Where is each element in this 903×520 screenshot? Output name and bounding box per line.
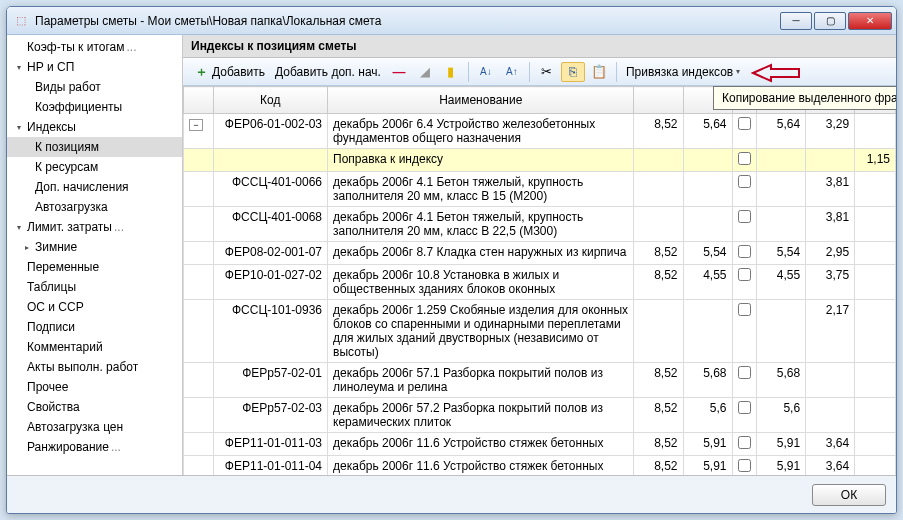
sidebar-item[interactable]: Доп. начисления (7, 177, 182, 197)
sidebar-item-label: Доп. начисления (35, 180, 129, 194)
col-v1[interactable] (634, 87, 683, 114)
row-checkbox[interactable] (738, 401, 751, 414)
erase-button[interactable]: ◢ (413, 62, 437, 82)
ellipsis: ... (114, 220, 124, 234)
cell (634, 149, 683, 172)
cell (806, 363, 855, 398)
table-row[interactable]: Поправка к индексу1,15 (184, 149, 896, 172)
sidebar-item[interactable]: Лимит. затраты ... (7, 217, 182, 237)
expand-toggle[interactable]: − (189, 119, 203, 131)
sidebar-item[interactable]: Прочее (7, 377, 182, 397)
col-name[interactable]: Наименование (328, 87, 634, 114)
cell (732, 398, 757, 433)
cell (757, 149, 806, 172)
binding-button[interactable]: Привязка индексов ▾ (622, 63, 744, 81)
row-checkbox[interactable] (738, 366, 751, 379)
table-row[interactable]: ФССЦ-401-0066декабрь 2006г 4.1 Бетон тяж… (184, 172, 896, 207)
sidebar-item[interactable]: Автозагрузка (7, 197, 182, 217)
sidebar-item[interactable]: Индексы (7, 117, 182, 137)
eraser-icon: ◢ (417, 64, 433, 80)
sidebar-item[interactable]: Ранжирование ... (7, 437, 182, 457)
grid[interactable]: Код Наименование И −ФЕР06-01-002-03декаб… (183, 86, 896, 475)
row-checkbox[interactable] (738, 303, 751, 316)
cell: − (184, 114, 214, 149)
separator (529, 62, 530, 82)
sidebar-item[interactable]: Коэффициенты (7, 97, 182, 117)
cell (634, 300, 683, 363)
sidebar-item[interactable]: К ресурсам (7, 157, 182, 177)
sidebar[interactable]: Коэф-ты к итогам ...НР и СПВиды работКоэ… (7, 35, 183, 475)
table-row[interactable]: ФЕРр57-02-01декабрь 2006г 57.1 Разборка … (184, 363, 896, 398)
cell (184, 242, 214, 265)
sidebar-item-label: Виды работ (35, 80, 101, 94)
add-ext-label: Добавить доп. нач. (275, 65, 381, 79)
sidebar-item[interactable]: К позициям (7, 137, 182, 157)
delete-button[interactable]: — (387, 62, 411, 82)
maximize-button[interactable]: ▢ (814, 12, 846, 30)
sidebar-item[interactable]: Свойства (7, 397, 182, 417)
row-checkbox[interactable] (738, 210, 751, 223)
cell (184, 172, 214, 207)
table-row[interactable]: ФЕР11-01-011-04декабрь 2006г 11.6 Устрой… (184, 456, 896, 476)
sidebar-item[interactable]: Зимние (7, 237, 182, 257)
sidebar-item[interactable]: Акты выполн. работ (7, 357, 182, 377)
row-checkbox[interactable] (738, 175, 751, 188)
cell (184, 363, 214, 398)
cell: 8,52 (634, 433, 683, 456)
cell: 5,91 (683, 433, 732, 456)
sort-desc-button[interactable]: A↑ (500, 62, 524, 82)
ok-button[interactable]: ОК (812, 484, 886, 506)
row-checkbox[interactable] (738, 436, 751, 449)
minimize-button[interactable]: ─ (780, 12, 812, 30)
sidebar-item[interactable]: НР и СП (7, 57, 182, 77)
cell (855, 456, 896, 476)
cut-button[interactable]: ✂ (535, 62, 559, 82)
sidebar-item[interactable]: Автозагрузка цен (7, 417, 182, 437)
col-code[interactable]: Код (213, 87, 327, 114)
table-row[interactable]: ФССЦ-101-0936декабрь 2006г 1.259 Скобяны… (184, 300, 896, 363)
sidebar-item[interactable]: Виды работ (7, 77, 182, 97)
ellipsis: ... (126, 40, 136, 54)
sidebar-item[interactable]: Переменные (7, 257, 182, 277)
sidebar-item[interactable]: Коэф-ты к итогам ... (7, 37, 182, 57)
sidebar-item-label: Свойства (27, 400, 80, 414)
row-checkbox[interactable] (738, 152, 751, 165)
table-row[interactable]: ФЕРр57-02-03декабрь 2006г 57.2 Разборка … (184, 398, 896, 433)
cell: 2,95 (806, 242, 855, 265)
sidebar-item[interactable]: Подписи (7, 317, 182, 337)
cell (732, 265, 757, 300)
table-row[interactable]: −ФЕР06-01-002-03декабрь 2006г 6.4 Устрой… (184, 114, 896, 149)
add-button[interactable]: ＋ Добавить (189, 62, 269, 82)
close-button[interactable]: ✕ (848, 12, 892, 30)
sort-asc-button[interactable]: A↓ (474, 62, 498, 82)
add-ext-button[interactable]: Добавить доп. нач. (271, 63, 385, 81)
cell (184, 398, 214, 433)
table-row[interactable]: ФССЦ-401-0068декабрь 2006г 4.1 Бетон тяж… (184, 207, 896, 242)
sidebar-item[interactable]: ОС и ССР (7, 297, 182, 317)
copy-button[interactable]: ⎘ (561, 62, 585, 82)
table-row[interactable]: ФЕР10-01-027-02декабрь 2006г 10.8 Устано… (184, 265, 896, 300)
cell: 5,6 (757, 398, 806, 433)
cell: декабрь 2006г 4.1 Бетон тяжелый, крупнос… (328, 207, 634, 242)
tree-caret[interactable] (17, 63, 27, 72)
row-checkbox[interactable] (738, 245, 751, 258)
row-checkbox[interactable] (738, 459, 751, 472)
cell: 5,54 (757, 242, 806, 265)
paste-button[interactable]: 📋 (587, 62, 611, 82)
table-row[interactable]: ФЕР11-01-011-03декабрь 2006г 11.6 Устрой… (184, 433, 896, 456)
cell: 5,54 (683, 242, 732, 265)
sidebar-item-label: ОС и ССР (27, 300, 84, 314)
cell: ФССЦ-101-0936 (213, 300, 327, 363)
sidebar-item[interactable]: Комментарий (7, 337, 182, 357)
tree-caret[interactable] (17, 223, 27, 232)
row-checkbox[interactable] (738, 117, 751, 130)
tree-caret[interactable] (17, 123, 27, 132)
titlebar[interactable]: ⬚ Параметры сметы - Мои сметы\Новая папк… (7, 7, 896, 35)
highlight-button[interactable]: ▮ (439, 62, 463, 82)
row-checkbox[interactable] (738, 268, 751, 281)
cell (184, 265, 214, 300)
sidebar-item[interactable]: Таблицы (7, 277, 182, 297)
cell (683, 207, 732, 242)
tree-caret[interactable] (25, 243, 35, 252)
table-row[interactable]: ФЕР08-02-001-07декабрь 2006г 8.7 Кладка … (184, 242, 896, 265)
